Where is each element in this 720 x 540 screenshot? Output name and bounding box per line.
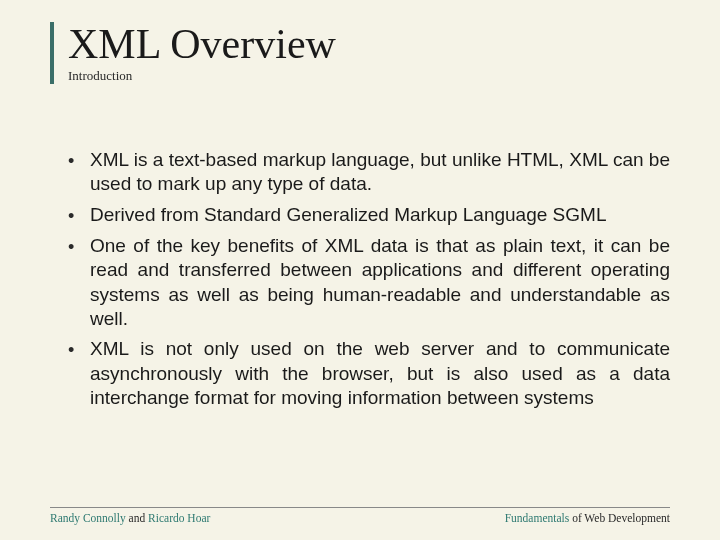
footer-right: Fundamentals of Web Development	[505, 512, 670, 524]
footer-text: and	[126, 512, 148, 524]
bullet-icon: •	[68, 203, 90, 228]
book-title-part: of Web Development	[569, 512, 670, 524]
list-item: • XML is a text-based markup language, b…	[68, 148, 670, 197]
bullet-icon: •	[68, 148, 90, 197]
bullet-text: One of the key benefits of XML data is t…	[90, 234, 670, 331]
list-item: • XML is not only used on the web server…	[68, 337, 670, 410]
book-title-part: Fundamentals	[505, 512, 570, 524]
content-area: • XML is a text-based markup language, b…	[50, 148, 670, 416]
slide: XML Overview Introduction • XML is a tex…	[0, 0, 720, 540]
author-name: Ricardo Hoar	[148, 512, 210, 524]
footer-left: Randy Connolly and Ricardo Hoar	[50, 512, 210, 524]
list-item: • One of the key benefits of XML data is…	[68, 234, 670, 331]
bullet-icon: •	[68, 234, 90, 331]
footer: Randy Connolly and Ricardo Hoar Fundamen…	[50, 507, 670, 524]
author-name: Randy Connolly	[50, 512, 126, 524]
bullet-text: XML is not only used on the web server a…	[90, 337, 670, 410]
bullet-text: Derived from Standard Generalized Markup…	[90, 203, 670, 228]
title-block: XML Overview Introduction	[50, 22, 670, 84]
slide-title: XML Overview	[68, 22, 670, 66]
list-item: • Derived from Standard Generalized Mark…	[68, 203, 670, 228]
bullet-icon: •	[68, 337, 90, 410]
slide-subtitle: Introduction	[68, 68, 670, 84]
bullet-text: XML is a text-based markup language, but…	[90, 148, 670, 197]
